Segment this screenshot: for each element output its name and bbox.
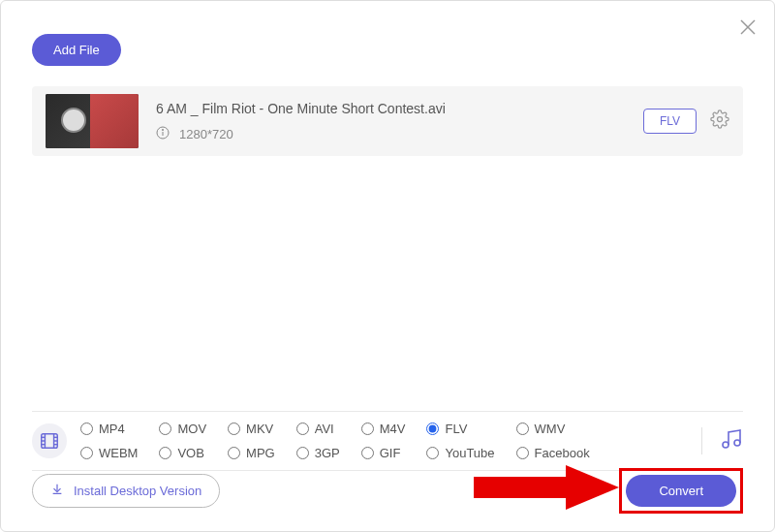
format-badge[interactable]: FLV	[643, 109, 697, 134]
download-icon	[50, 483, 64, 499]
format-option-mpg[interactable]: MPG	[228, 446, 275, 460]
svg-point-5	[718, 117, 723, 122]
convert-highlight: Convert	[619, 468, 743, 514]
format-radio[interactable]	[426, 447, 439, 459]
format-label: WMV	[535, 422, 566, 436]
format-radio[interactable]	[361, 422, 374, 435]
format-label: MP4	[99, 422, 125, 436]
format-label: GIF	[380, 446, 401, 460]
convert-button[interactable]: Convert	[626, 475, 736, 507]
format-radio[interactable]	[80, 422, 93, 435]
format-radio[interactable]	[426, 422, 439, 435]
format-label: 3GP	[315, 446, 340, 460]
video-icon[interactable]	[32, 423, 67, 458]
format-radio[interactable]	[296, 447, 309, 459]
format-option-mp4[interactable]: MP4	[80, 422, 138, 436]
format-option-youtube[interactable]: YouTube	[426, 446, 494, 460]
format-label: MPG	[246, 446, 275, 460]
format-radio[interactable]	[228, 447, 240, 459]
format-option-webm[interactable]: WEBM	[80, 446, 138, 460]
file-title: 6 AM _ Film Riot - One Minute Short Cont…	[156, 101, 446, 116]
format-radio[interactable]	[516, 422, 529, 435]
add-file-button[interactable]: Add File	[32, 34, 121, 66]
format-option-vob[interactable]: VOB	[159, 446, 206, 460]
gear-icon[interactable]	[710, 110, 729, 133]
format-option-gif[interactable]: GIF	[361, 446, 406, 460]
format-label: M4V	[380, 422, 406, 436]
format-option-facebook[interactable]: Facebook	[516, 446, 590, 460]
format-radio[interactable]	[228, 422, 240, 435]
video-thumbnail	[46, 94, 139, 148]
format-label: FLV	[445, 422, 467, 436]
bottom-bar: Install Desktop Version Convert	[32, 468, 743, 514]
install-desktop-button[interactable]: Install Desktop Version	[32, 474, 220, 508]
format-radio[interactable]	[516, 447, 529, 459]
format-label: VOB	[177, 446, 203, 460]
info-icon[interactable]	[156, 126, 170, 142]
svg-point-15	[723, 442, 728, 448]
music-icon[interactable]	[701, 427, 743, 454]
format-label: MKV	[246, 422, 273, 436]
file-resolution: 1280*720	[179, 127, 233, 141]
format-radio[interactable]	[361, 447, 374, 459]
svg-point-16	[734, 440, 740, 446]
format-option-mov[interactable]: MOV	[159, 422, 206, 436]
format-label: AVI	[315, 422, 334, 436]
format-label: Facebook	[535, 446, 590, 460]
format-radio[interactable]	[296, 422, 309, 435]
format-picker: MP4MOVMKVAVIM4VFLVWMVWEBMVOBMPG3GPGIFYou…	[32, 411, 743, 471]
format-label: YouTube	[445, 446, 494, 460]
file-row: 6 AM _ Film Riot - One Minute Short Cont…	[32, 86, 743, 156]
format-label: MOV	[177, 422, 206, 436]
format-radio[interactable]	[159, 447, 171, 459]
install-label: Install Desktop Version	[74, 484, 202, 498]
format-option-mkv[interactable]: MKV	[228, 422, 275, 436]
format-option-wmv[interactable]: WMV	[516, 422, 590, 436]
format-radio[interactable]	[80, 447, 93, 459]
format-option-flv[interactable]: FLV	[426, 422, 494, 436]
svg-point-4	[162, 129, 163, 130]
format-option-3gp[interactable]: 3GP	[296, 446, 340, 460]
format-label: WEBM	[99, 446, 138, 460]
close-icon[interactable]	[739, 18, 757, 40]
file-meta: 6 AM _ Film Riot - One Minute Short Cont…	[156, 101, 446, 142]
format-option-avi[interactable]: AVI	[296, 422, 340, 436]
format-option-m4v[interactable]: M4V	[361, 422, 406, 436]
format-radio[interactable]	[159, 422, 171, 435]
